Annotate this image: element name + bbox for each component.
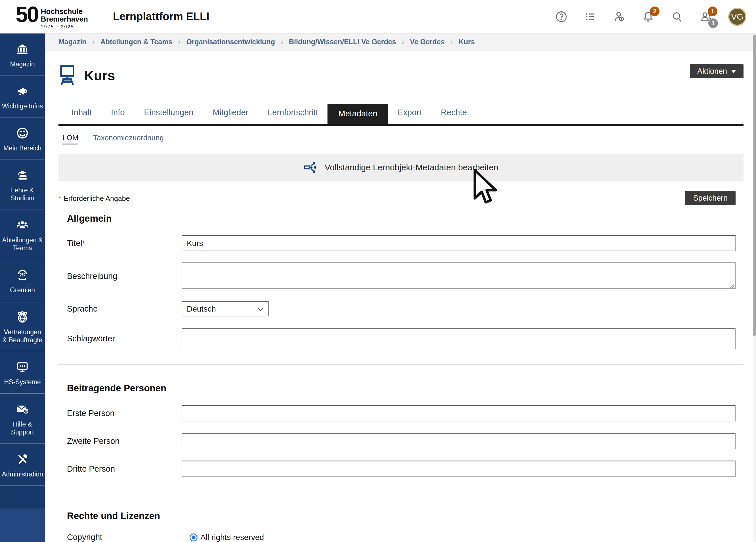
hochschule-bremerhaven-logo[interactable]: 50 Hochschule Bremerhaven 1975 - 2025 xyxy=(16,4,88,29)
tab-export[interactable]: Export xyxy=(388,108,431,124)
subtab-bar: LOM Taxonomiezuordnung xyxy=(58,133,744,144)
breadcrumb-item[interactable]: Abteilungen & Teams xyxy=(100,38,173,46)
contacts-icon[interactable]: 1 1 xyxy=(699,10,713,24)
actions-button-label: Aktionen xyxy=(697,67,727,76)
tab-inhalt[interactable]: Inhalt xyxy=(62,108,101,124)
sidebar-item-label: Wichtige Infos xyxy=(2,102,43,110)
tab-mitglieder[interactable]: Mitglieder xyxy=(203,108,258,124)
sidebar-item-vertretungen[interactable]: Vertretungen & Beauftragte xyxy=(0,301,45,351)
field-label-sprache: Sprache xyxy=(67,304,182,314)
edit-full-metadata-link[interactable]: Vollständige Lernobjekt-Metadaten bearbe… xyxy=(58,154,744,181)
field-label-dritte-person: Dritte Person xyxy=(67,464,182,474)
sidebar-item-mein-bereich[interactable]: Mein Bereich xyxy=(0,117,45,159)
active-tab-underline xyxy=(58,124,744,126)
avatar[interactable]: VG xyxy=(728,8,746,26)
app-title: Lernplattform ELLI xyxy=(113,10,209,23)
sidebar-item-label: Mein Bereich xyxy=(3,144,41,152)
logo-50-text: 50 xyxy=(16,4,38,25)
dritte-person-input[interactable] xyxy=(182,461,736,477)
tab-lernfortschritt[interactable]: Lernfortschritt xyxy=(258,108,327,124)
language-select[interactable]: Deutsch xyxy=(182,301,269,316)
section-title-allgemein: Allgemein xyxy=(67,213,744,224)
list-icon[interactable] xyxy=(583,10,597,24)
course-icon xyxy=(58,64,76,87)
required-note: Erforderliche Angabe xyxy=(64,194,130,203)
page-title: Kurs xyxy=(84,68,115,83)
tab-rechte[interactable]: Rechte xyxy=(431,108,476,124)
people-icon xyxy=(15,218,30,233)
zweite-person-input[interactable] xyxy=(182,433,736,449)
breadcrumb-item[interactable]: Magazin xyxy=(58,38,87,46)
sidebar-item-label: Magazin xyxy=(10,60,35,68)
help-icon[interactable] xyxy=(555,10,568,24)
sidebar-item-abteilungen-teams[interactable]: Abteilungen & Teams xyxy=(0,209,45,259)
sidebar-item-hilfe-support[interactable]: Hilfe & Support xyxy=(0,394,45,444)
contacts-badge-top: 1 xyxy=(708,7,717,16)
field-label-erste-person: Erste Person xyxy=(67,409,182,418)
copyright-radio[interactable] xyxy=(190,533,198,541)
actions-button[interactable]: Aktionen xyxy=(690,64,744,78)
tab-bar: Inhalt Info Einstellungen Mitglieder Ler… xyxy=(58,104,744,124)
save-button[interactable]: Speichern xyxy=(685,191,736,205)
language-select-value: Deutsch xyxy=(187,304,216,314)
tab-metadaten[interactable]: Metadaten xyxy=(327,104,388,124)
monitor-icon xyxy=(15,360,30,375)
committee-icon xyxy=(15,268,30,283)
breadcrumb-separator: › xyxy=(92,37,95,46)
breadcrumb-separator: › xyxy=(402,37,404,46)
sidebar-filler xyxy=(0,486,45,509)
sidebar-item-hs-systeme[interactable]: HS-Systeme xyxy=(0,351,45,393)
edit-full-metadata-label: Vollständige Lernobjekt-Metadaten bearbe… xyxy=(325,163,498,172)
sidebar-footer xyxy=(0,509,45,542)
globe-people-icon xyxy=(15,310,30,325)
books-icon xyxy=(15,168,30,183)
sidebar-item-label: Vertretungen & Beauftragte xyxy=(2,328,43,344)
sidebar-item-label: Administration xyxy=(2,470,43,478)
user-notification-icon[interactable] xyxy=(612,10,626,24)
sidebar-item-magazin[interactable]: Magazin xyxy=(0,33,45,75)
main-sidebar: Magazin Wichtige Infos Mein Bereich Lehr… xyxy=(0,33,45,542)
top-header: 50 Hochschule Bremerhaven 1975 - 2025 Le… xyxy=(0,0,756,33)
breadcrumb-item[interactable]: Bildung/Wissen/ELLI Ve Gerdes xyxy=(289,38,396,46)
sidebar-item-administration[interactable]: Administration xyxy=(0,444,45,486)
chevron-down-icon xyxy=(258,305,263,311)
section-divider xyxy=(58,492,744,492)
sidebar-item-label: HS-Systeme xyxy=(4,378,41,386)
sidebar-item-lehre-studium[interactable]: Lehre & Studium xyxy=(0,159,45,209)
breadcrumb-separator: › xyxy=(178,37,180,46)
erste-person-input[interactable] xyxy=(182,405,736,421)
bell-badge: 2 xyxy=(650,7,660,16)
required-marker: * xyxy=(58,194,61,203)
copyright-radio-label: All rights reserved xyxy=(200,533,264,542)
titel-input[interactable] xyxy=(182,235,736,251)
sidebar-item-gremien[interactable]: Gremien xyxy=(0,259,45,301)
sidebar-item-label: Lehre & Studium xyxy=(2,186,43,202)
breadcrumb-separator: › xyxy=(450,37,453,46)
radio-dot xyxy=(192,535,196,539)
breadcrumb-item[interactable]: Kurs xyxy=(459,38,475,46)
tab-einstellungen[interactable]: Einstellungen xyxy=(134,108,203,124)
search-icon[interactable] xyxy=(670,10,684,24)
breadcrumb-item[interactable]: Ve Gerdes xyxy=(410,38,445,46)
megaphone-icon xyxy=(15,84,30,99)
sidebar-item-wichtige-infos[interactable]: Wichtige Infos xyxy=(0,75,45,117)
scrollbar-thumb[interactable] xyxy=(753,35,756,336)
hierarchy-share-icon xyxy=(304,160,318,175)
subtab-taxonomiezuordnung[interactable]: Taxonomiezuordnung xyxy=(93,133,164,144)
bell-icon[interactable]: 2 xyxy=(641,10,655,24)
tab-info[interactable]: Info xyxy=(101,108,134,124)
beschreibung-textarea[interactable] xyxy=(182,262,736,289)
schlagwoerter-input[interactable] xyxy=(182,328,736,349)
breadcrumb: Magazin › Abteilungen & Teams › Organisa… xyxy=(45,33,756,51)
logo-years: 1975 - 2025 xyxy=(41,24,88,30)
breadcrumb-item[interactable]: Organisationsentwicklung xyxy=(186,38,275,46)
field-label-titel: Titel* xyxy=(67,239,182,248)
subtab-lom[interactable]: LOM xyxy=(62,133,78,144)
page-scrollbar xyxy=(753,33,756,542)
section-divider xyxy=(58,364,744,365)
chevron-down-icon xyxy=(731,70,736,73)
logo-line2: Bremerhaven xyxy=(41,15,88,23)
section-title-rechte-lizenzen: Rechte und Lizenzen xyxy=(67,511,744,521)
field-label-zweite-person: Zweite Person xyxy=(67,436,182,446)
sidebar-item-label: Abteilungen & Teams xyxy=(2,236,43,252)
